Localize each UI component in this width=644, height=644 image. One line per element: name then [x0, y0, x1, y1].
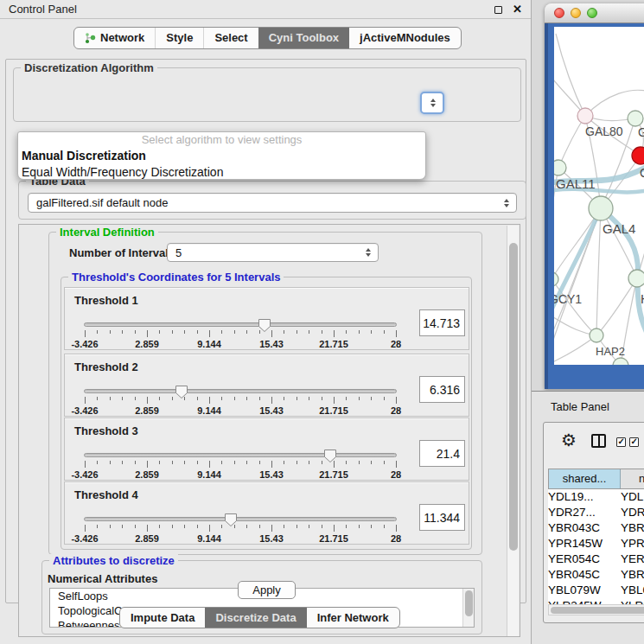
network-graph: GAL80 GA C GAL11 GAL4 GCY1 H HAP2: [554, 27, 644, 365]
tab-jactivemnodules[interactable]: jActiveMNodules: [349, 28, 461, 48]
discretization-algorithm-group: Discretization Algorithm: [13, 67, 521, 122]
column-header-name[interactable]: n: [621, 469, 644, 488]
close-icon[interactable]: ✕: [513, 0, 522, 19]
control-panel-window: Control Panel ✕ Network Style Select Cyn…: [0, 0, 532, 644]
number-of-intervals-value: 5: [175, 246, 182, 259]
apply-button[interactable]: Apply: [238, 581, 296, 599]
desktop-right-region: GAL80 GA C GAL11 GAL4 GCY1 H HAP2 Table …: [532, 0, 644, 644]
table-horizontal-scrollbar[interactable]: [548, 604, 644, 615]
threshold-1-slider[interactable]: -3.4262.8599.14415.4321.71528: [84, 322, 397, 327]
tab-impute-data[interactable]: Impute Data: [120, 608, 205, 628]
threshold-4-value-field[interactable]: [419, 504, 465, 531]
threshold-3-slider[interactable]: -3.4262.8599.14415.4321.71528: [84, 453, 397, 457]
numerical-attributes-label: Numerical Attributes: [48, 572, 157, 585]
minimize-traffic-light[interactable]: [571, 8, 581, 18]
threshold-3-value-field[interactable]: [419, 440, 465, 467]
threshold-1-value-field[interactable]: [419, 309, 465, 336]
node-top-right[interactable]: [628, 111, 643, 126]
close-traffic-light[interactable]: [554, 8, 564, 18]
screen: Control Panel ✕ Network Style Select Cyn…: [0, 0, 644, 644]
control-panel-titlebar: Control Panel ✕: [0, 0, 531, 19]
slider-ruler: [85, 330, 396, 338]
threshold-4-slider[interactable]: -3.4262.8599.14415.4321.71528: [84, 517, 397, 521]
slider-ruler: [85, 461, 396, 469]
threshold-2-panel: Threshold 2 -3.4262.8599.14415.4321.7152…: [64, 354, 469, 417]
discretization-algorithm-title: Discretization Algorithm: [21, 61, 157, 74]
threshold-3-panel: Threshold 3 -3.4262.8599.14415.4321.7152…: [64, 418, 469, 481]
table-row[interactable]: YBL079W YBL0: [548, 583, 644, 598]
label-partial-ga: GA: [638, 125, 644, 139]
settings-scroll-area: Interval Definition Number of Intervals …: [18, 224, 520, 637]
table-header-row: shared... n: [548, 469, 644, 489]
table-row[interactable]: YBR045C YBR0: [548, 567, 644, 583]
dropdown-hint-option[interactable]: Select algorithm to view settings: [18, 132, 425, 148]
dropdown-option-manual-discretization[interactable]: Manual Discretization: [18, 148, 425, 164]
float-window-icon[interactable]: [494, 6, 502, 14]
table-row[interactable]: YPR145W YPR1: [548, 536, 644, 552]
dropdown-option-equal-width-frequency[interactable]: Equal Width/Frequency Discretization: [18, 164, 425, 181]
combo-arrows-icon: [504, 199, 509, 207]
network-window-titlebar: [545, 3, 644, 23]
interval-definition-title: Interval Definition: [56, 226, 158, 239]
tab-network[interactable]: Network: [74, 28, 155, 48]
table-data-group: Table Data galFiltered.sif default node: [18, 181, 526, 220]
cyni-panel-body: Discretization Algorithm Select algorith…: [5, 59, 526, 603]
table-row[interactable]: YER054C YER0: [548, 552, 644, 567]
bottom-tab-bar: Impute Data Discretize Data Infer Networ…: [119, 607, 400, 628]
slider-scale-labels: -3.4262.8599.14415.4321.71528: [85, 339, 396, 349]
table-hscrollbar-thumb[interactable]: [551, 607, 644, 614]
gear-icon[interactable]: ⚙: [561, 430, 577, 450]
node-gal80[interactable]: [577, 108, 593, 124]
tab-cyni-toolbox[interactable]: Cyni Toolbox: [258, 28, 349, 48]
node-gcy1[interactable]: [554, 272, 558, 286]
label-partial-c: C: [640, 166, 644, 180]
tab-infer-network[interactable]: Infer Network: [307, 608, 399, 628]
checkbox-icon-1[interactable]: [616, 437, 626, 447]
network-icon: [85, 32, 96, 44]
network-window-frame: GAL80 GA C GAL11 GAL4 GCY1 H HAP2: [545, 23, 644, 389]
slider-scale-labels: -3.4262.8599.14415.4321.71528: [85, 533, 396, 544]
table-row[interactable]: YBR043C YBR0: [548, 520, 644, 536]
algorithm-combobox-focus-ring[interactable]: [420, 92, 444, 114]
number-of-intervals-combobox[interactable]: 5: [167, 243, 379, 262]
threshold-4-panel: Threshold 4 -3.4262.8599.14415.4321.7152…: [64, 481, 469, 545]
node-selected-red[interactable]: [632, 147, 644, 164]
node-gal11[interactable]: [554, 160, 566, 175]
table-data-combobox[interactable]: galFiltered.sif default node: [28, 193, 517, 213]
tab-select[interactable]: Select: [203, 28, 258, 48]
network-view-window: GAL80 GA C GAL11 GAL4 GCY1 H HAP2: [545, 3, 644, 389]
network-canvas[interactable]: GAL80 GA C GAL11 GAL4 GCY1 H HAP2: [554, 27, 644, 365]
threshold-1-panel: Threshold 1 -3.4262.8599.14415.4321.7152…: [64, 287, 469, 350]
list-scrollbar[interactable]: [462, 589, 474, 627]
table-row[interactable]: YLR345W YLR3: [548, 598, 644, 604]
checkbox-icon-2[interactable]: [629, 437, 639, 447]
table-toolbar: ⚙: [544, 423, 644, 468]
settings-vertical-scrollbar[interactable]: [507, 226, 519, 637]
tab-style[interactable]: Style: [155, 28, 203, 48]
slider-scale-labels: -3.4262.8599.14415.4321.71528: [85, 405, 396, 416]
tab-discretize-data[interactable]: Discretize Data: [205, 608, 306, 628]
node-right-mid[interactable]: [628, 270, 644, 287]
threshold-2-value-field[interactable]: [419, 376, 465, 403]
label-gcy1: GCY1: [554, 292, 582, 306]
node-hap2[interactable]: [590, 328, 603, 342]
label-gal11: GAL11: [556, 176, 596, 191]
threshold-4-label: Threshold 4: [74, 488, 138, 501]
label-hap2: HAP2: [596, 345, 625, 358]
top-tab-bar: Network Style Select Cyni Toolbox jActiv…: [73, 27, 462, 49]
columns-icon[interactable]: [591, 434, 606, 448]
threshold-2-slider[interactable]: -3.4262.8599.14415.4321.71528: [84, 389, 397, 393]
table-row[interactable]: YDL19... YDL1: [548, 489, 644, 505]
list-scrollbar-thumb[interactable]: [465, 590, 473, 616]
node-gal4[interactable]: [589, 196, 613, 220]
table-row[interactable]: YDR27... YDR2: [548, 505, 644, 520]
column-header-shared-name[interactable]: shared...: [549, 469, 621, 488]
panel-title: Control Panel: [9, 3, 77, 16]
zoom-traffic-light[interactable]: [587, 8, 597, 18]
label-partial-h: H: [641, 291, 644, 306]
algorithm-dropdown-popup: Select algorithm to view settings Manual…: [17, 131, 426, 180]
settings-scrollbar-thumb[interactable]: [509, 243, 518, 551]
table-panel: ⚙ shared... n YDL19... YDL1: [543, 422, 644, 623]
slider-ruler: [85, 525, 396, 532]
slider-ruler: [85, 397, 396, 405]
